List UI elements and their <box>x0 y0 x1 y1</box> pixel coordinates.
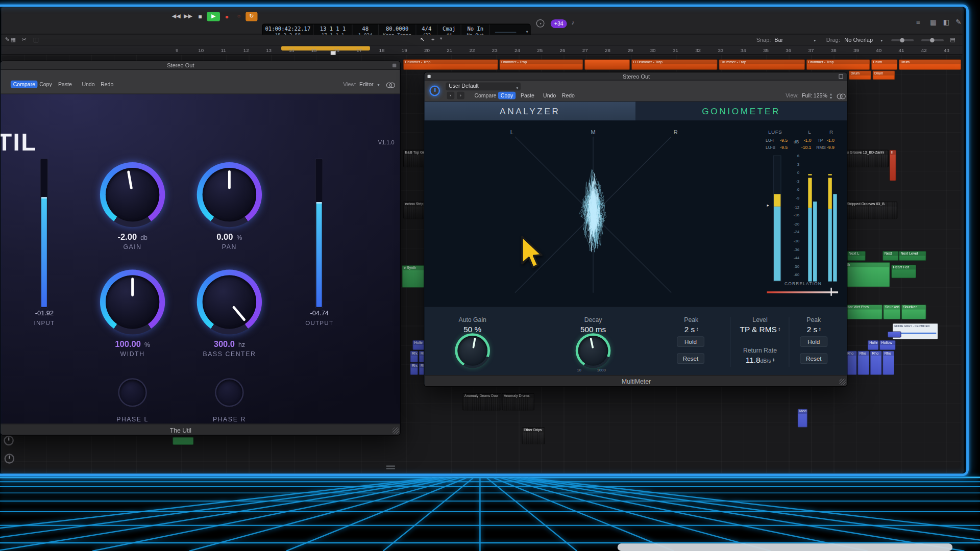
region[interactable]: Hollow <box>879 340 896 350</box>
region[interactable]: th <box>845 262 890 287</box>
record-button[interactable]: ● <box>222 12 232 21</box>
mm-resize-grip[interactable] <box>839 379 845 385</box>
util-undo-button[interactable]: Undo <box>80 81 97 88</box>
region[interactable]: Drum <box>871 59 897 70</box>
region[interactable]: Drummer - Trap <box>499 59 583 70</box>
mm-titlebar[interactable]: Stereo Out <box>424 72 847 81</box>
region[interactable]: Shuriken <box>901 305 926 319</box>
multimeter-plugin-window[interactable]: Stereo Out User Default ▾ ‹ › Compare Co… <box>424 72 847 387</box>
mm-preset-menu[interactable]: User Default ▾ <box>446 82 521 90</box>
snap-menu[interactable]: Bar <box>774 37 783 43</box>
util-titlebar-icon[interactable] <box>393 64 396 67</box>
region[interactable]: Rho <box>870 350 881 375</box>
scissors-icon[interactable]: ✂ <box>22 36 27 42</box>
play-button[interactable]: ▶ <box>207 12 220 21</box>
mm-compare-button[interactable]: Compare <box>472 92 499 99</box>
util-knob-width[interactable]: 100.00 %WIDTH <box>100 269 165 334</box>
util-titlebar[interactable]: Stereo Out <box>1 61 400 70</box>
region[interactable]: e Groove 13_BD-Zanhi <box>845 150 889 167</box>
pencil-tool-icon[interactable]: + <box>431 36 434 42</box>
mm-prev-preset-button[interactable]: ‹ <box>447 92 455 99</box>
track-pan-knob[interactable] <box>5 454 15 464</box>
drag-menu[interactable]: No Overlap <box>844 37 873 43</box>
util-knob-bass-center[interactable]: 300.0 hzBASS CENTER <box>197 269 262 334</box>
mm-paste-button[interactable]: Paste <box>518 92 537 99</box>
mm-link-icon[interactable] <box>837 93 845 98</box>
region[interactable]: Med <box>797 409 807 428</box>
decay-knob[interactable] <box>576 333 611 368</box>
list-icon[interactable]: ≡ <box>916 18 920 26</box>
region[interactable]: Drum <box>849 70 871 80</box>
peak2-reset-button[interactable]: Reset <box>800 353 827 364</box>
region[interactable]: Next Level <box>899 251 926 261</box>
region[interactable]: Drummer - Trap <box>719 59 805 70</box>
region[interactable]: Shuriken S <box>883 305 900 319</box>
mm-redo-button[interactable]: Redo <box>559 92 577 99</box>
region[interactable]: h <box>889 150 896 181</box>
mm-view-down-icon[interactable]: ▾ <box>830 95 832 101</box>
region[interactable]: Next <box>883 251 899 261</box>
midi-badge[interactable]: +34 <box>551 19 567 28</box>
mm-close-icon[interactable] <box>428 75 431 78</box>
util-link-icon[interactable] <box>386 82 395 87</box>
util-copy-button[interactable]: Copy <box>37 81 54 88</box>
util-redo-button[interactable]: Redo <box>98 81 116 88</box>
region[interactable]: Drum <box>872 70 895 80</box>
region[interactable]: Rho <box>883 350 894 375</box>
grid-view-icon[interactable]: ▦ <box>930 18 937 26</box>
tab-goniometer[interactable]: GONIOMETER <box>635 102 847 120</box>
mm-next-preset-button[interactable]: › <box>457 92 464 99</box>
return-rate-selector[interactable]: 11.8dB/s▴▾ <box>735 356 785 364</box>
tab-analyzer[interactable]: ANALYZER <box>424 102 635 120</box>
mm-expand-icon[interactable] <box>839 74 843 79</box>
zoom-preset-icon[interactable]: ▤ <box>950 36 955 42</box>
mm-power-button[interactable] <box>429 86 440 96</box>
region[interactable]: Stripped Grooves 03_B <box>845 202 898 219</box>
util-compare-button[interactable]: Compare <box>11 81 38 88</box>
cycle-button[interactable]: ↻ <box>246 12 257 21</box>
phase-l-knob[interactable] <box>118 378 146 407</box>
capture-button[interactable]: ○ <box>234 12 244 21</box>
region[interactable]: Anomaly Drums <box>502 393 534 411</box>
region[interactable]: Rho <box>857 350 869 375</box>
peak-selector[interactable]: 2 s▴▾ <box>666 325 716 334</box>
region[interactable]: Anomaly Drums Doo <box>462 393 501 411</box>
rewind-button[interactable]: ◀◀ <box>172 12 182 21</box>
region[interactable] <box>888 331 901 337</box>
zoom-slider-horizontal[interactable] <box>891 39 914 41</box>
functions-icon[interactable]: ▦ <box>11 36 16 42</box>
forward-button[interactable]: ▶▶ <box>183 12 193 21</box>
zoom-slider-vertical[interactable] <box>921 39 944 41</box>
region[interactable]: Drum <box>899 59 961 70</box>
region[interactable]: uitar Wet Phra <box>844 305 883 319</box>
region[interactable]: Rho <box>410 363 418 375</box>
lcd-menu-chevron-icon[interactable]: ▾ <box>526 29 528 34</box>
region[interactable]: Next L <box>847 251 866 261</box>
util-knob-pan[interactable]: 0.00 %PAN <box>197 162 262 227</box>
region[interactable]: B&B Top Groove <box>403 150 426 167</box>
gauge-icon[interactable] <box>536 19 545 28</box>
region[interactable]: Ether Drips <box>522 428 545 444</box>
tool-menu-chevron-icon[interactable]: ▾ <box>440 36 442 41</box>
region[interactable]: Holle <box>868 340 879 350</box>
util-view-chevron-icon[interactable]: ▾ <box>378 82 380 87</box>
util-paste-button[interactable]: Paste <box>56 81 75 88</box>
peak2-selector[interactable]: 2 s▴▾ <box>789 325 839 334</box>
glue-icon[interactable]: ◫ <box>33 36 38 42</box>
region[interactable]: Drummer - Trap <box>806 59 870 70</box>
region[interactable]: O Drummer - Trap <box>631 59 718 70</box>
region[interactable]: e Synth <box>402 265 424 288</box>
stop-button[interactable]: ■ <box>195 12 205 21</box>
edit-icon[interactable]: ✎ <box>5 36 10 42</box>
region[interactable] <box>584 59 630 70</box>
mm-copy-button[interactable]: Copy <box>498 92 516 99</box>
level-selector[interactable]: TP & RMS▴▾ <box>735 325 785 334</box>
region[interactable]: Heart Felt <box>891 265 916 279</box>
region[interactable]: echno Stripped <box>403 202 425 219</box>
region[interactable]: Drummer - Trap <box>403 59 498 70</box>
mm-undo-button[interactable]: Undo <box>541 92 558 99</box>
auto-gain-knob[interactable] <box>455 333 490 368</box>
snap-chevron-icon[interactable]: ▾ <box>814 38 816 43</box>
util-knob-gain[interactable]: -2.00 dbGAIN <box>100 162 165 227</box>
drag-chevron-icon[interactable]: ▾ <box>880 38 883 43</box>
